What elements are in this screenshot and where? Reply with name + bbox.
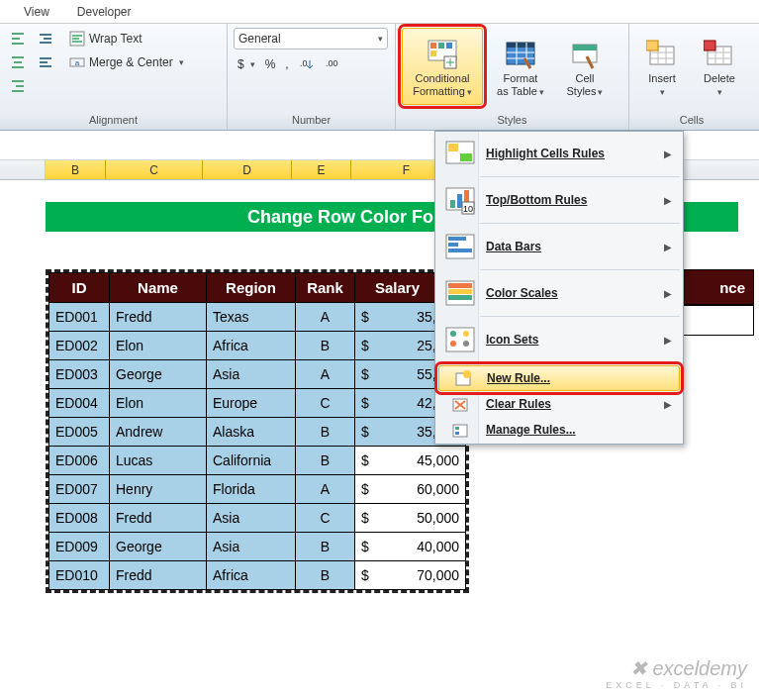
decimal-icon: .0 <box>299 56 315 72</box>
conditional-formatting-menu: Highlight Cells Rules▶ 10 Top/Bottom Rul… <box>434 131 684 445</box>
chevron-down-icon: ▾ <box>179 57 184 67</box>
conditional-formatting-button[interactable]: ConditionalFormatting▾ <box>402 28 483 105</box>
indent-inc[interactable] <box>34 51 57 73</box>
svg-rect-35 <box>448 144 458 151</box>
merge-center-button[interactable]: aMerge & Center▾ <box>65 51 188 73</box>
svg-rect-6 <box>12 80 24 82</box>
col-header-b[interactable]: B <box>46 160 106 179</box>
wrap-text-button[interactable]: Wrap Text <box>65 28 188 50</box>
svg-point-55 <box>463 341 469 347</box>
table-row[interactable]: ED006LucasCaliforniaB$45,000 <box>49 447 466 475</box>
submenu-arrow-icon: ▶ <box>664 335 672 346</box>
watermark: ✖ exceldemy EXCEL · DATA · BI <box>606 656 747 690</box>
format-as-table-button[interactable]: Formatas Table▾ <box>487 28 554 105</box>
submenu-arrow-icon: ▶ <box>664 399 672 410</box>
insert-button[interactable]: Insert▾ <box>635 28 689 105</box>
tab-view[interactable]: View <box>10 2 63 22</box>
data-bars-icon <box>442 229 478 264</box>
table-row[interactable]: ED005AndrewAlaskaB$35,000 <box>49 418 466 447</box>
svg-rect-45 <box>448 243 458 247</box>
inc-decimal-button[interactable]: .0 <box>295 53 319 75</box>
currency-button[interactable]: $▾ <box>234 53 259 75</box>
svg-text:.0: .0 <box>300 58 308 68</box>
col-header[interactable] <box>0 160 46 179</box>
group-label: Alignment <box>6 112 221 130</box>
svg-rect-10 <box>44 38 51 40</box>
svg-rect-44 <box>448 237 466 241</box>
col-header-e[interactable]: E <box>292 160 351 179</box>
align-bot-row[interactable] <box>6 75 30 97</box>
svg-rect-38 <box>450 200 455 208</box>
group-label: Cells <box>635 112 748 130</box>
col-header-c[interactable]: C <box>106 160 203 179</box>
menu-icon-sets[interactable]: Icon Sets▶ <box>436 319 682 360</box>
table-row[interactable]: ED004ElonEuropeC$42,000 <box>49 389 466 418</box>
svg-text:10: 10 <box>463 204 473 214</box>
svg-rect-0 <box>12 33 24 35</box>
menu-new-rule[interactable]: New Rule... <box>438 365 680 391</box>
th-id[interactable]: ID <box>49 273 110 303</box>
group-cells: Insert▾ Delete▾ Cells <box>629 24 754 130</box>
menu-manage-rules[interactable]: Manage Rules... <box>436 417 682 443</box>
align-top-row[interactable] <box>6 28 30 50</box>
svg-rect-1 <box>12 38 20 40</box>
menu-highlight-cells[interactable]: Highlight Cells Rules▶ <box>436 133 682 174</box>
svg-rect-49 <box>448 289 472 294</box>
svg-rect-50 <box>448 295 472 300</box>
conditional-formatting-icon <box>427 39 458 70</box>
svg-rect-60 <box>455 427 459 430</box>
table-row[interactable]: ED010FreddAfricaB$70,000 <box>49 561 466 590</box>
table-row[interactable]: ED001FreddTexasA$35,000 <box>49 303 466 332</box>
dec-decimal-button[interactable]: .00 <box>321 53 344 75</box>
wrap-text-icon <box>69 31 85 47</box>
th-name[interactable]: Name <box>110 273 207 303</box>
table-row[interactable]: ED009GeorgeAsiaB$40,000 <box>49 533 466 561</box>
group-label: Styles <box>402 112 622 130</box>
svg-rect-13 <box>40 61 47 63</box>
data-table[interactable]: ID Name Region Rank Salary ED001FreddTex… <box>48 272 466 590</box>
svg-rect-24 <box>430 50 436 56</box>
svg-rect-8 <box>12 90 24 92</box>
tab-developer[interactable]: Developer <box>63 2 145 22</box>
new-rule-icon <box>453 368 473 388</box>
chevron-down-icon: ▾ <box>378 34 383 44</box>
table-icon <box>505 39 536 70</box>
cell-styles-icon <box>569 39 601 70</box>
menu-clear-rules[interactable]: Clear Rules▶ <box>436 391 682 417</box>
ribbon: Wrap Text aMerge & Center▾ Alignment Gen… <box>0 24 759 131</box>
th-rank[interactable]: Rank <box>296 273 355 303</box>
submenu-arrow-icon: ▶ <box>664 149 672 159</box>
svg-rect-33 <box>704 41 715 50</box>
table-row[interactable]: ED007HenryFloridaA$60,000 <box>49 475 466 504</box>
top-bottom-icon: 10 <box>442 182 478 218</box>
svg-rect-22 <box>438 43 444 49</box>
col-header-d[interactable]: D <box>203 160 292 179</box>
align-mid-row[interactable] <box>6 51 30 73</box>
percent-button[interactable]: % <box>261 53 280 75</box>
table-row[interactable]: ED003GeorgeAsiaA$55,000 <box>49 360 466 389</box>
manage-rules-icon <box>450 420 470 440</box>
menu-top-bottom[interactable]: 10 Top/Bottom Rules▶ <box>436 179 682 221</box>
svg-point-54 <box>463 331 469 337</box>
svg-rect-14 <box>40 65 51 67</box>
comma-button[interactable]: , <box>281 53 292 75</box>
svg-rect-7 <box>16 85 24 87</box>
svg-text:a: a <box>75 58 80 67</box>
svg-rect-31 <box>646 41 658 50</box>
menu-color-scales[interactable]: Color Scales▶ <box>436 272 682 314</box>
indent-dec[interactable] <box>34 28 57 50</box>
th-region[interactable]: Region <box>207 273 296 303</box>
cell-styles-button[interactable]: CellStyles▾ <box>558 28 612 105</box>
svg-rect-36 <box>460 153 472 161</box>
color-scales-icon <box>442 275 478 311</box>
svg-rect-23 <box>446 43 452 49</box>
svg-rect-5 <box>12 66 24 68</box>
table-row[interactable]: ED008FreddAsiaC$50,000 <box>49 504 466 533</box>
delete-button[interactable]: Delete▾ <box>693 28 746 105</box>
align-icon <box>10 78 26 94</box>
table-row[interactable]: ED002ElonAfricaB$25,000 <box>49 332 466 360</box>
group-number: General▾ $▾ % , .0 .00 Number <box>228 24 396 130</box>
menu-data-bars[interactable]: Data Bars▶ <box>436 226 682 267</box>
merge-icon: a <box>69 54 85 70</box>
number-format-select[interactable]: General▾ <box>234 28 388 50</box>
